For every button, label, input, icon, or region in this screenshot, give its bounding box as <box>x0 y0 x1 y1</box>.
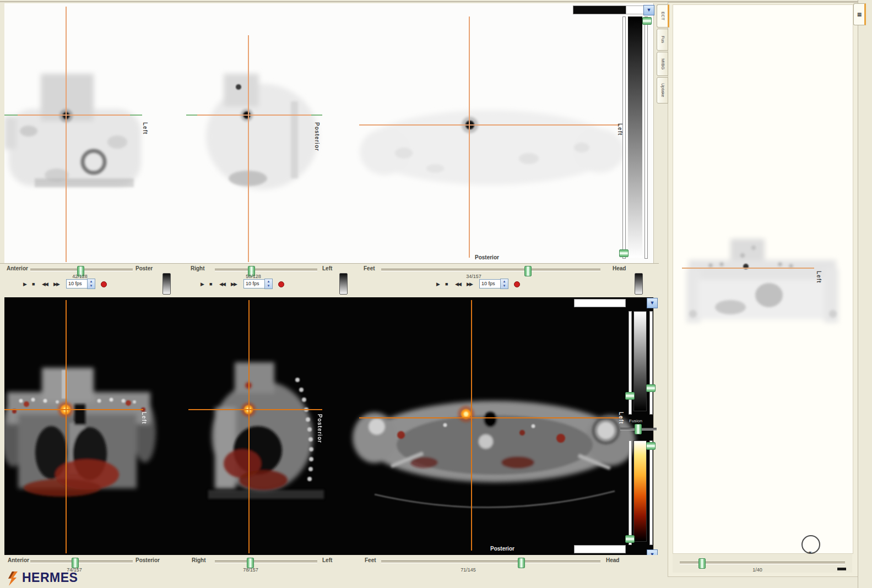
fps-spinner[interactable]: ▲▼ <box>87 279 95 289</box>
slice-slider-track[interactable] <box>381 560 600 563</box>
slider-left-label: Feet <box>364 265 375 271</box>
crosshair-tick <box>4 115 18 116</box>
crosshair-vertical-coronal[interactable] <box>66 7 67 262</box>
colormap-thumbnail[interactable] <box>339 273 348 295</box>
record-button[interactable] <box>514 281 520 287</box>
window-slider-track[interactable] <box>644 17 648 259</box>
slice-slider-track[interactable] <box>215 269 317 271</box>
crosshair-horizontal-sagittal-fused[interactable] <box>188 409 322 410</box>
ct-level-thumb[interactable] <box>625 392 635 400</box>
crosshair-horizontal-sagittal[interactable] <box>186 115 322 116</box>
fps-input[interactable]: 10 fps <box>66 279 88 288</box>
step-back-button[interactable]: ◀◀ <box>219 280 225 288</box>
orientation-label: Left <box>617 123 622 135</box>
slider-right-label: Posterior <box>136 557 160 563</box>
orientation-label: Left <box>618 412 624 424</box>
fps-spinner[interactable]: ▲▼ <box>264 279 273 289</box>
fusion-slider-label: Fusion <box>629 418 642 423</box>
hermes-logo-icon <box>7 571 20 586</box>
slice-slider-track[interactable] <box>381 269 600 271</box>
slice-slider-thumb[interactable] <box>518 558 525 568</box>
crosshair-horizontal-coronal-fused[interactable] <box>4 409 143 410</box>
reference-crosshair-line[interactable] <box>682 268 814 269</box>
ct-colormap-preview[interactable] <box>574 299 626 307</box>
series-tab-1[interactable]: ECT <box>657 4 669 28</box>
slice-slider-thumb[interactable] <box>524 266 532 276</box>
play-button[interactable]: ▶ <box>436 280 440 288</box>
crosshair-vertical-sagittal-fused[interactable] <box>248 300 250 553</box>
slider-right-label: Left <box>322 557 332 563</box>
pet-lower-thumb[interactable] <box>625 535 635 543</box>
step-back-button[interactable]: ◀◀ <box>455 280 461 288</box>
colormap-preview-end <box>626 6 644 14</box>
colormap-thumbnail[interactable] <box>163 273 171 295</box>
slice-slider-track[interactable] <box>215 560 317 563</box>
fusion-slider-thumb[interactable] <box>635 424 642 434</box>
step-forward-button[interactable]: ▶▶ <box>53 280 59 288</box>
slider-right-label: Left <box>322 265 332 271</box>
orientation-label: Left <box>142 122 148 134</box>
ct-window-thumb[interactable] <box>646 384 656 392</box>
orientation-label: Posterior <box>475 254 499 260</box>
stop-button[interactable]: ■ <box>32 280 35 288</box>
series-tab-3-label: MIBG <box>660 58 665 69</box>
step-forward-button[interactable]: ▶▶ <box>467 280 472 288</box>
fps-input[interactable]: 10 fps <box>479 279 501 288</box>
record-button[interactable] <box>101 281 107 287</box>
orientation-label: Left <box>816 271 821 283</box>
level-slider-track[interactable] <box>622 17 626 259</box>
slice-counter: 34/157 <box>452 274 496 279</box>
slice-slider-track[interactable] <box>30 560 133 563</box>
record-button[interactable] <box>278 281 284 287</box>
play-button[interactable]: ▶ <box>201 280 204 288</box>
fps-input[interactable]: 10 fps <box>243 279 265 288</box>
crosshair-vertical-sagittal[interactable] <box>248 35 249 262</box>
pet-upper-thumb[interactable] <box>646 442 656 450</box>
stop-button[interactable]: ■ <box>445 280 448 288</box>
window-lower-thumb[interactable] <box>619 249 629 257</box>
collapsed-side-strip <box>858 0 872 588</box>
crosshair-tick <box>130 115 142 116</box>
colormap-thumbnail[interactable] <box>635 273 643 295</box>
nm-images <box>4 3 653 262</box>
slider-left-label: Feet <box>365 557 376 563</box>
orientation-label: Posterior <box>490 546 514 552</box>
series-tab-3[interactable]: MIBG <box>657 52 668 76</box>
play-button[interactable]: ▶ <box>23 280 27 288</box>
crosshair-horizontal-axial[interactable] <box>359 124 620 126</box>
series-tab-1-label: ECT <box>660 12 665 20</box>
reference-slider-value: 1/40 <box>735 567 779 573</box>
slice-counter: 42/128 <box>58 274 102 279</box>
pet-window-track[interactable] <box>649 440 653 545</box>
side-panel-tab[interactable]: ▦ <box>853 3 866 25</box>
stop-button[interactable]: ■ <box>209 280 212 288</box>
slider-left-label: Right <box>191 265 205 271</box>
fps-spinner[interactable]: ▲▼ <box>500 279 508 289</box>
crosshair-horizontal-coronal[interactable] <box>4 115 142 116</box>
crosshair-horizontal-axial-fused[interactable] <box>359 417 622 418</box>
series-tab-2[interactable]: Fus <box>657 29 668 51</box>
ct-colormap-dropdown-button[interactable]: ▼ <box>647 298 658 308</box>
side-panel-tab-icon: ▦ <box>857 12 862 17</box>
crosshair-vertical-axial[interactable] <box>469 17 470 258</box>
pet-colormap-preview[interactable] <box>574 545 626 553</box>
slider-right-label: Poster <box>136 265 153 271</box>
orientation-label: Posterior <box>317 414 322 443</box>
crosshair-vertical-axial-fused[interactable] <box>471 300 472 551</box>
crosshair-vertical-coronal-fused[interactable] <box>66 300 67 553</box>
window-upper-thumb[interactable] <box>642 17 652 25</box>
ct-window-track[interactable] <box>649 311 653 415</box>
grayscale-colorbar <box>628 17 642 258</box>
slider-left-label: Right <box>192 557 206 563</box>
colormap-preview[interactable] <box>573 6 627 14</box>
reference-slider-thumb[interactable] <box>698 558 706 569</box>
series-tab-4[interactable]: Uptake <box>657 77 668 104</box>
step-forward-button[interactable]: ▶▶ <box>231 280 236 288</box>
minimize-icon[interactable] <box>837 568 846 570</box>
colormap-dropdown-button[interactable]: ▼ <box>643 5 654 15</box>
step-back-button[interactable]: ◀◀ <box>42 280 47 288</box>
slider-right-label: Head <box>613 265 626 271</box>
pet-level-track[interactable] <box>629 440 632 545</box>
ct-grayscale-colorbar <box>633 311 647 411</box>
orientation-label: Left <box>141 412 147 424</box>
